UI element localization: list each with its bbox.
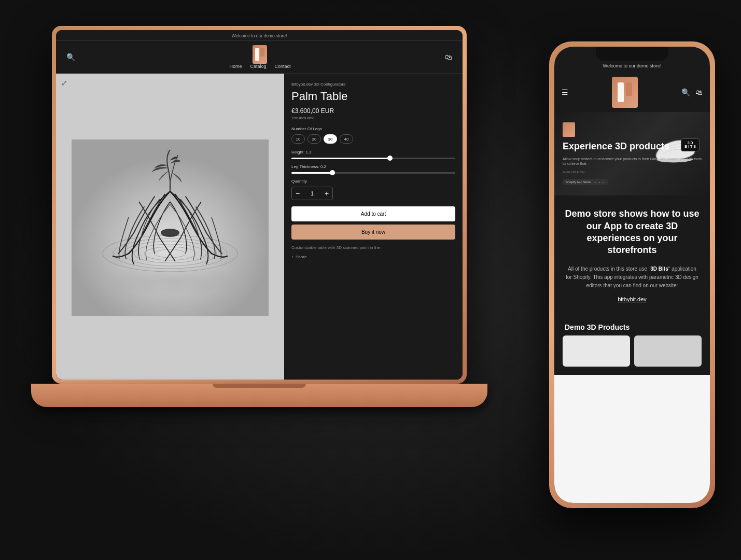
cart-icon[interactable]: 🛍 <box>445 53 452 61</box>
laptop-navigation: 🔍 Home Catalog Contact <box>56 41 463 74</box>
quantity-decrease-button[interactable]: − <box>292 187 303 200</box>
svg-rect-11 <box>618 82 624 102</box>
phone-shopify-badge: Shopify App Store → → → <box>563 179 608 185</box>
add-to-cart-button[interactable]: Add to cart <box>291 206 455 221</box>
phone-cart-icon[interactable]: 🛍 <box>695 88 703 96</box>
legs-opt-20[interactable]: 20 <box>307 134 321 144</box>
phone-inner: Welcome to our demo store! ☰ <box>554 47 710 503</box>
shopify-badge-text: Shopify App Store <box>566 180 591 184</box>
product-thumb-1 <box>563 335 630 367</box>
bitbybit-link[interactable]: bitbybit.dev <box>565 296 700 302</box>
phone-hero-title: Experience 3D products <box>563 141 702 152</box>
laptop-main-content: ⤢ <box>56 74 463 380</box>
phone-logo-area <box>574 77 676 108</box>
buy-now-button[interactable]: Buy it now <box>291 225 455 240</box>
laptop-nav-links: Home Catalog Contact <box>229 64 290 69</box>
thickness-slider-track <box>291 172 455 174</box>
expand-icon[interactable]: ⤢ <box>61 79 67 87</box>
nav-catalog[interactable]: Catalog <box>250 64 266 69</box>
phone-hero-available: AVAILABLE ON <box>563 171 702 174</box>
nav-contact[interactable]: Contact <box>275 64 291 69</box>
phone-description-section: Demo store shows how to use our App to c… <box>554 195 710 315</box>
laptop-screen-outer: Welcome to our demo store! 🔍 <box>52 26 467 384</box>
phone-site-logo <box>612 77 638 108</box>
palm-table-svg <box>72 139 269 316</box>
legs-config-label: Number Of Legs <box>291 127 455 131</box>
phone-outer: Welcome to our demo store! ☰ <box>549 41 715 508</box>
phone-hero-section: Experience 3D products Allow shop visito… <box>554 112 710 195</box>
thickness-slider-fill <box>291 172 332 174</box>
phone-announcement-text: Welcome to our demo store! <box>603 63 662 68</box>
height-slider-fill <box>291 158 390 159</box>
phone-search-icon[interactable]: 🔍 <box>681 88 690 96</box>
phone-desc-heading: Demo store shows how to use our App to c… <box>565 208 700 257</box>
laptop-body <box>31 384 487 407</box>
phone-hero-text: Experience 3D products Allow shop visito… <box>563 141 702 185</box>
quantity-increase-button[interactable]: + <box>321 187 332 200</box>
phone-products-section-title: Demo 3D Products <box>554 315 710 335</box>
height-slider-thumb[interactable] <box>387 156 393 161</box>
product-info-panel: Bitbybit.dev 3D Configurators Palm Table… <box>284 74 463 380</box>
product-thumb-2 <box>634 335 702 367</box>
product-description: Customizable table with 3D scanned palm … <box>291 245 455 250</box>
phone-desc-body: All of the products in this store use "3… <box>565 265 700 290</box>
laptop-screen-content: Welcome to our demo store! 🔍 <box>56 30 463 380</box>
hamburger-icon[interactable]: ☰ <box>562 88 568 96</box>
product-brand: Bitbybit.dev 3D Configurators <box>291 82 455 87</box>
laptop-nav-right: 🛍 <box>445 53 452 61</box>
quantity-value: 1 <box>303 191 321 197</box>
share-button[interactable]: ↑ Share <box>291 255 455 259</box>
product-price: €3.600,00 EUR <box>291 107 455 115</box>
legs-opt-40[interactable]: 40 <box>340 134 353 144</box>
height-label: Height: 1.2 <box>291 150 455 155</box>
hero-logo-icon <box>563 122 575 137</box>
laptop-device: Welcome to our demo store! 🔍 <box>31 26 487 493</box>
thickness-slider-section: Leg Thickness: 0.2 <box>291 164 455 174</box>
product-image-area: ⤢ <box>56 74 284 380</box>
laptop-nav-left: 🔍 <box>66 53 75 61</box>
legs-opt-10[interactable]: 10 <box>291 134 305 144</box>
phone-device: Welcome to our demo store! ☰ <box>549 41 715 508</box>
svg-point-10 <box>161 229 179 237</box>
site-logo <box>253 45 267 64</box>
phone-navigation: ☰ 🔍 🛍 <box>554 73 710 112</box>
legs-opt-30[interactable]: 30 <box>324 134 337 144</box>
quantity-control: − 1 + <box>291 187 333 200</box>
product-title: Palm Table <box>291 90 455 103</box>
laptop-camera <box>258 33 261 36</box>
height-slider-track <box>291 158 455 159</box>
phone-hero-description: Allow shop visitors to customize your pr… <box>563 157 702 167</box>
search-icon[interactable]: 🔍 <box>66 53 75 61</box>
svg-rect-12 <box>626 82 632 96</box>
phone-notch <box>596 47 668 61</box>
height-slider-section: Height: 1.2 <box>291 150 455 159</box>
quantity-section: Quantity − 1 + <box>291 179 455 200</box>
phone-products-row <box>554 335 710 375</box>
nav-home[interactable]: Home <box>229 64 242 69</box>
share-label: Share <box>296 255 306 259</box>
share-icon: ↑ <box>291 255 293 259</box>
product-tax: Tax included. <box>291 116 455 120</box>
phone-screen-content: Welcome to our demo store! ☰ <box>554 47 710 503</box>
phone-nav-icons: 🔍 🛍 <box>681 88 703 96</box>
thickness-slider-thumb[interactable] <box>330 170 335 175</box>
laptop-screen-bezel: Welcome to our demo store! 🔍 <box>56 30 463 380</box>
svg-rect-0 <box>255 48 259 61</box>
legs-option-buttons: 10 20 30 40 <box>291 134 455 144</box>
svg-rect-1 <box>260 48 264 57</box>
thickness-label: Leg Thickness: 0.2 <box>291 164 455 169</box>
quantity-label: Quantity <box>291 179 455 184</box>
laptop-hinge <box>213 384 306 388</box>
